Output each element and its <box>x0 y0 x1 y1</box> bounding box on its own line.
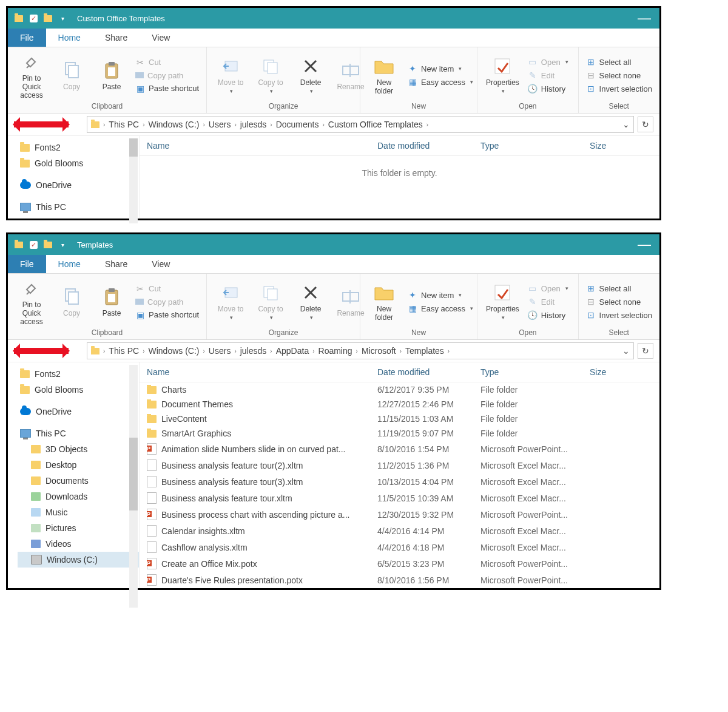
col-type[interactable]: Type <box>480 141 590 151</box>
tab-home[interactable]: Home <box>46 255 93 273</box>
chevron-right-icon[interactable]: › <box>312 348 314 354</box>
breadcrumb-item[interactable]: Roaming <box>318 346 352 356</box>
delete-button[interactable]: Delete▾ <box>291 276 331 327</box>
nav-item[interactable]: Fonts2 <box>18 140 139 155</box>
nav-item[interactable]: OneDrive <box>18 404 139 419</box>
chevron-down-icon[interactable]: ⌄ <box>622 120 630 129</box>
nav-item[interactable]: Videos <box>18 536 139 552</box>
breadcrumb-folder-icon[interactable] <box>91 121 99 128</box>
breadcrumb-item[interactable]: AppData <box>276 346 309 356</box>
paste-shortcut-button[interactable]: ▣Paste shortcut <box>135 84 199 93</box>
select-none-button[interactable]: ⊟Select none <box>586 297 652 307</box>
nav-scrollbar[interactable] <box>129 138 138 223</box>
breadcrumb-item[interactable]: Microsoft <box>362 346 396 356</box>
chevron-right-icon[interactable]: › <box>143 348 144 354</box>
easy-access-button[interactable]: ▦Easy access▾ <box>408 77 473 87</box>
file-row[interactable]: SmartArt Graphics 11/19/2015 9:07 PM Fil… <box>140 426 659 441</box>
chevron-right-icon[interactable]: › <box>203 121 205 128</box>
col-date[interactable]: Date modified <box>377 141 480 151</box>
nav-item[interactable]: Downloads <box>18 489 139 504</box>
minimize-button[interactable]: — <box>638 237 651 253</box>
paste-button[interactable]: Paste <box>92 50 132 101</box>
cut-button[interactable]: ✂Cut <box>135 284 199 294</box>
nav-item[interactable]: Music <box>18 504 139 520</box>
tab-view[interactable]: View <box>140 255 182 273</box>
col-size[interactable]: Size <box>590 367 626 377</box>
nav-item[interactable]: Windows (C:) <box>18 552 139 568</box>
breadcrumb[interactable]: ›This PC›Windows (C:)›Users›julesds›AppD… <box>87 342 634 359</box>
chevron-right-icon[interactable]: › <box>426 121 428 128</box>
col-name[interactable]: Name <box>147 141 377 151</box>
tab-file[interactable]: File <box>8 29 46 47</box>
qat-newfolder-icon[interactable] <box>43 13 53 23</box>
file-row[interactable]: Calendar insights.xltm 4/4/2016 4:14 PM … <box>140 523 659 539</box>
file-row[interactable]: Business analysis feature tour(2).xltm 1… <box>140 457 659 473</box>
copy-path-button[interactable]: Copy path <box>135 297 199 307</box>
chevron-right-icon[interactable]: › <box>270 348 272 354</box>
file-row[interactable]: Charts 6/12/2017 9:35 PM File folder <box>140 382 659 397</box>
breadcrumb-item[interactable]: Users <box>209 346 231 356</box>
tab-file[interactable]: File <box>8 255 46 273</box>
edit-button[interactable]: ✎Edit <box>528 297 568 307</box>
chevron-right-icon[interactable]: › <box>400 348 402 354</box>
nav-item[interactable]: Gold Blooms <box>18 382 139 398</box>
copy-button[interactable]: Copy <box>52 276 92 327</box>
select-all-button[interactable]: ⊞Select all <box>586 57 652 67</box>
qat-customize-icon[interactable]: ▾ <box>58 240 67 249</box>
chevron-right-icon[interactable]: › <box>143 121 144 128</box>
col-type[interactable]: Type <box>480 367 590 377</box>
breadcrumb-item[interactable]: Users <box>209 120 231 129</box>
invert-selection-button[interactable]: ⊡Invert selection <box>586 84 652 93</box>
tab-share[interactable]: Share <box>93 255 140 273</box>
select-none-button[interactable]: ⊟Select none <box>586 70 652 80</box>
invert-selection-button[interactable]: ⊡Invert selection <box>586 310 652 320</box>
chevron-right-icon[interactable]: › <box>323 121 325 128</box>
refresh-button[interactable]: ↻ <box>638 343 653 359</box>
copy-button[interactable]: Copy <box>52 50 92 101</box>
chevron-right-icon[interactable]: › <box>270 121 272 128</box>
scrollbar-thumb[interactable] <box>129 138 138 157</box>
select-all-button[interactable]: ⊞Select all <box>586 283 652 293</box>
cut-button[interactable]: ✂Cut <box>135 58 199 67</box>
properties-button[interactable]: Properties▾ <box>481 276 524 327</box>
breadcrumb-item[interactable]: Windows (C:) <box>148 120 199 129</box>
breadcrumb-item[interactable]: This PC <box>109 120 139 129</box>
col-size[interactable]: Size <box>590 141 626 151</box>
breadcrumb-item[interactable]: Documents <box>276 120 319 129</box>
nav-item[interactable]: Fonts2 <box>18 366 139 382</box>
tab-share[interactable]: Share <box>93 29 140 47</box>
nav-item[interactable]: This PC <box>18 199 139 215</box>
qat-properties-icon[interactable]: ✓ <box>29 13 38 23</box>
breadcrumb[interactable]: ›This PC›Windows (C:)›Users›julesds›Docu… <box>87 116 634 133</box>
col-date[interactable]: Date modified <box>377 367 480 377</box>
file-row[interactable]: Business process chart with ascending pi… <box>140 506 659 523</box>
history-button[interactable]: 🕓History <box>528 84 568 93</box>
file-row[interactable]: Business analysis feature tour(3).xltm 1… <box>140 473 659 490</box>
titlebar[interactable]: ✓ ▾ Custom Office Templates — <box>8 8 659 29</box>
chevron-right-icon[interactable]: › <box>234 348 236 354</box>
nav-item[interactable]: Gold Blooms <box>18 155 139 171</box>
tab-home[interactable]: Home <box>46 29 93 47</box>
file-row[interactable]: Duarte's Five Rules presentation.potx 8/… <box>140 572 659 588</box>
qat-folder-icon[interactable] <box>14 13 24 23</box>
new-folder-button[interactable]: New folder <box>364 50 404 101</box>
copy-to-button[interactable]: Copy to▾ <box>251 276 291 327</box>
qat-newfolder-icon[interactable] <box>43 240 53 249</box>
nav-item[interactable]: This PC <box>18 426 139 441</box>
file-row[interactable]: Cashflow analysis.xltm 4/4/2016 4:18 PM … <box>140 539 659 555</box>
copy-to-button[interactable]: Copy to▾ <box>251 50 291 101</box>
nav-item[interactable]: Documents <box>18 473 139 489</box>
nav-item[interactable]: 3D Objects <box>18 441 139 457</box>
breadcrumb-item[interactable]: This PC <box>109 346 139 356</box>
tab-view[interactable]: View <box>140 29 182 47</box>
breadcrumb-item[interactable]: Custom Office Templates <box>328 120 423 129</box>
scrollbar-thumb[interactable] <box>129 438 138 510</box>
nav-item[interactable]: Pictures <box>18 520 139 536</box>
properties-button[interactable]: Properties▾ <box>481 50 524 101</box>
file-row[interactable]: Create an Office Mix.potx 6/5/2015 3:23 … <box>140 555 659 572</box>
easy-access-button[interactable]: ▦Easy access▾ <box>408 303 473 313</box>
breadcrumb-folder-icon[interactable] <box>91 348 99 354</box>
col-name[interactable]: Name <box>147 367 377 377</box>
refresh-button[interactable]: ↻ <box>638 117 653 132</box>
file-row[interactable]: Animation slide Numbers slide in on curv… <box>140 441 659 457</box>
